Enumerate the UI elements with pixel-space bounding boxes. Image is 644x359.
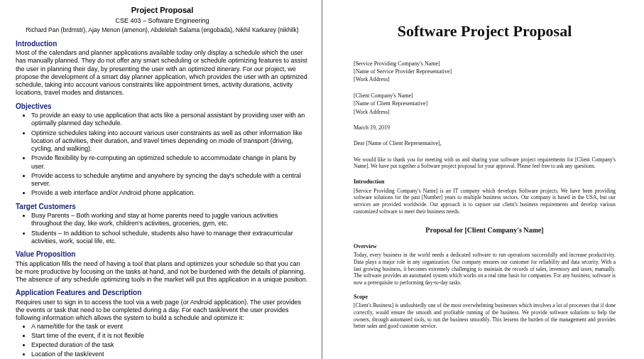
address-line: [Work Address]: [354, 109, 616, 116]
paragraph-introduction: Most of the calendars and planner applic…: [16, 49, 309, 97]
heading-app-features: Application Features and Description: [16, 289, 309, 298]
proposal-for-line: Proposal for [Client Company's Name]: [354, 225, 616, 235]
list-item: Provide a web interface and/or Android p…: [31, 189, 309, 197]
address-line: [Name of Service Provider Representative…: [354, 68, 616, 75]
list-item: Provide access to schedule anytime and a…: [31, 172, 309, 188]
heading-objectives: Objectives: [16, 102, 309, 112]
features-list: A name/title for the task or event Start…: [31, 323, 309, 359]
address-line: [Work Address]: [354, 76, 616, 83]
heading-value-proposition: Value Proposition: [16, 250, 309, 259]
target-customers-list: Busy Parents – Both working and stay at …: [31, 212, 309, 245]
heading-scope: Scope: [354, 294, 616, 301]
list-item: Start time of the event, if it is not fl…: [31, 332, 309, 340]
provider-address-block: [Service Providing Company's Name] [Name…: [354, 60, 616, 84]
list-item: Expected duration of the task: [31, 341, 309, 349]
right-document: Software Project Proposal [Service Provi…: [322, 0, 644, 359]
paragraph-introduction-right: [Service Providing Company's Name] is an…: [354, 188, 616, 215]
left-authors: Richard Pan (brdmstr), Ajay Menon (ameno…: [16, 26, 309, 34]
right-title: Software Project Proposal: [354, 21, 616, 42]
list-item: To provide an easy to use application th…: [31, 112, 309, 128]
paragraph-app-features: Requires user to sign in to access the t…: [16, 299, 309, 323]
left-document: Project Proposal CSE 403 – Software Engi…: [0, 0, 322, 359]
left-title: Project Proposal: [16, 6, 309, 16]
heading-target-customers: Target Customers: [16, 203, 309, 212]
list-item: Students – In addition to school schedul…: [31, 230, 309, 246]
list-item: Busy Parents – Both working and stay at …: [31, 212, 309, 228]
list-item: Provide flexibility by re-computing an o…: [31, 154, 309, 171]
intro-paragraph: We would like to thank you for meeting w…: [354, 156, 616, 171]
paragraph-overview: Today, every business in the world needs…: [354, 252, 616, 286]
heading-introduction: Introduction: [16, 40, 309, 49]
client-address-block: [Client Company's Name] [Name of Client …: [354, 92, 616, 116]
address-line: [Service Providing Company's Name]: [354, 60, 616, 68]
address-line: [Client Company's Name]: [354, 92, 616, 100]
list-item: Location of the task/event: [31, 350, 309, 358]
list-item: Optimize schedules taking into account v…: [31, 129, 309, 154]
paragraph-scope: [Client's Business] is undoubtedly one o…: [354, 302, 616, 330]
heading-introduction-right: Introduction: [354, 178, 616, 186]
objectives-list: To provide an easy to use application th…: [31, 112, 309, 198]
paragraph-value-proposition: This application fills the need of havin…: [16, 260, 309, 284]
letter-date: March 19, 2019: [354, 124, 616, 132]
list-item: A name/title for the task or event: [31, 323, 309, 331]
salutation: Dear [Name of Client Representative],: [354, 140, 616, 147]
left-subtitle: CSE 403 – Software Engineering: [16, 17, 309, 25]
heading-overview: Overview: [354, 243, 616, 250]
address-line: [Name of Client Representative]: [354, 100, 616, 107]
